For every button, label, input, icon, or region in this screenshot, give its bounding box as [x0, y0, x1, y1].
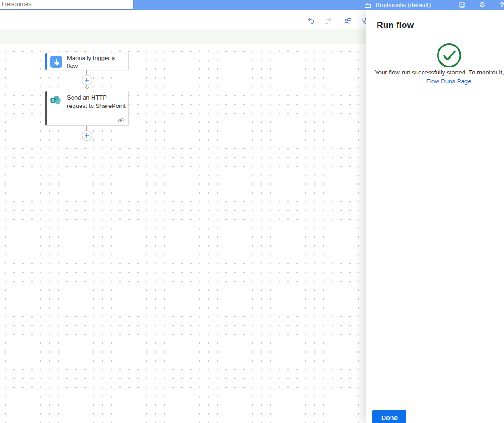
- flow-designer-canvas[interactable]: Manually trigger a flow S Send an HTTP r…: [0, 44, 366, 423]
- manual-trigger-icon: [50, 56, 62, 68]
- person-callout-icon: [344, 16, 352, 25]
- settings-gear-icon[interactable]: ⚙: [479, 0, 485, 9]
- sharepoint-icon: S: [50, 95, 61, 106]
- sharepoint-icon-letter: S: [52, 98, 54, 103]
- help-icon[interactable]: ?: [500, 1, 504, 8]
- done-button[interactable]: Done: [372, 410, 406, 423]
- arrowhead-down-icon: [84, 87, 90, 90]
- environment-selector[interactable]: Boutsioulis (default): [376, 1, 431, 8]
- success-message-link-line: Flow Runs Page.: [366, 78, 504, 85]
- run-flow-panel: Run flow Your flow run successfully star…: [366, 10, 504, 423]
- panel-footer-divider: [366, 404, 504, 404]
- insert-step-button[interactable]: [82, 75, 92, 85]
- redo-button[interactable]: [323, 16, 332, 25]
- node-manual-trigger[interactable]: Manually trigger a flow: [45, 53, 129, 70]
- search-input[interactable]: l resources: [0, 0, 133, 9]
- status-banner: [0, 29, 366, 44]
- toolbar-divider: [338, 14, 338, 25]
- add-step-button[interactable]: [82, 130, 92, 141]
- success-message: Your flow run successfully started. To m…: [375, 69, 504, 76]
- top-navigation-bar: l resources Boutsioulis (default) ⚙ ?: [0, 0, 504, 10]
- trigger-accent-bar: [45, 53, 47, 70]
- environment-icon: [365, 2, 371, 8]
- success-check-icon: [436, 42, 462, 68]
- plus-icon: [84, 77, 90, 83]
- trigger-title: Manually trigger a flow: [67, 54, 126, 70]
- redo-icon: [324, 16, 332, 25]
- flow-runs-page-link[interactable]: Flow Runs Page: [426, 78, 471, 85]
- panel-title: Run flow: [377, 20, 414, 30]
- plus-icon: [84, 133, 90, 138]
- node-sharepoint-action[interactable]: S Send an HTTP request to SharePoint: [45, 91, 129, 126]
- link-suffix: .: [471, 78, 473, 85]
- collaborate-button[interactable]: [343, 16, 352, 25]
- action-footer: [45, 115, 128, 125]
- designer-toolbar: [0, 10, 366, 29]
- connection-link-icon[interactable]: [118, 117, 125, 124]
- tap-hand-icon: [53, 58, 60, 66]
- action-title: Send an HTTP request to SharePoint: [67, 94, 126, 110]
- feedback-smiley-icon[interactable]: [458, 1, 466, 9]
- undo-icon: [307, 16, 315, 25]
- undo-button[interactable]: [306, 16, 316, 25]
